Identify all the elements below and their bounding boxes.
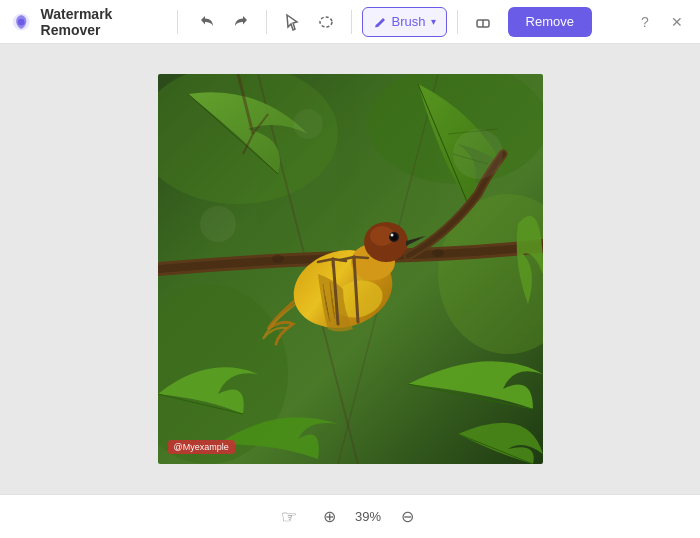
toolbar-icons: Brush ▾ xyxy=(192,7,498,37)
toolbar-divider4 xyxy=(457,10,458,34)
svg-point-3 xyxy=(320,17,332,27)
help-button[interactable]: ? xyxy=(634,11,656,33)
bird-image xyxy=(158,74,543,464)
status-bar: ☞ ⊕ 39% ⊖ xyxy=(0,494,700,538)
svg-line-35 xyxy=(354,257,368,258)
title-bar: Watermark Remover xyxy=(0,0,700,44)
lasso-tool-button[interactable] xyxy=(311,7,341,37)
close-button[interactable]: ✕ xyxy=(666,11,688,33)
window-controls: ? ✕ xyxy=(634,11,688,33)
svg-point-42 xyxy=(453,129,503,179)
toolbar-divider xyxy=(177,10,178,34)
svg-point-1 xyxy=(18,18,25,25)
hand-tool-icon[interactable]: ☞ xyxy=(281,506,297,528)
svg-point-17 xyxy=(272,255,284,263)
undo-button[interactable] xyxy=(192,7,222,37)
redo-button[interactable] xyxy=(226,7,256,37)
brush-chevron: ▾ xyxy=(431,16,436,27)
remove-button[interactable]: Remove xyxy=(508,7,592,37)
image-container: @Myexample xyxy=(158,74,543,464)
canvas-area: @Myexample xyxy=(0,44,700,494)
eraser-tool-button[interactable] xyxy=(468,7,498,37)
brush-label: Brush xyxy=(392,14,426,29)
svg-point-43 xyxy=(200,206,236,242)
app-title: Watermark Remover xyxy=(41,6,155,38)
svg-point-19 xyxy=(432,249,444,257)
zoom-controls: ☞ ⊕ 39% ⊖ xyxy=(281,505,419,529)
app-logo-icon xyxy=(12,11,31,33)
toolbar-divider2 xyxy=(266,10,267,34)
zoom-percent: 39% xyxy=(349,509,387,524)
toolbar-divider3 xyxy=(351,10,352,34)
watermark-text: @Myexample xyxy=(174,442,229,452)
brush-tool-button[interactable]: Brush ▾ xyxy=(362,7,447,37)
svg-point-44 xyxy=(293,109,323,139)
watermark-overlay: @Myexample xyxy=(168,440,235,454)
selection-tool-button[interactable] xyxy=(277,7,307,37)
zoom-in-icon[interactable]: ⊕ xyxy=(317,505,341,529)
svg-marker-2 xyxy=(287,15,297,30)
zoom-out-icon[interactable]: ⊖ xyxy=(395,505,419,529)
svg-point-27 xyxy=(390,234,393,237)
